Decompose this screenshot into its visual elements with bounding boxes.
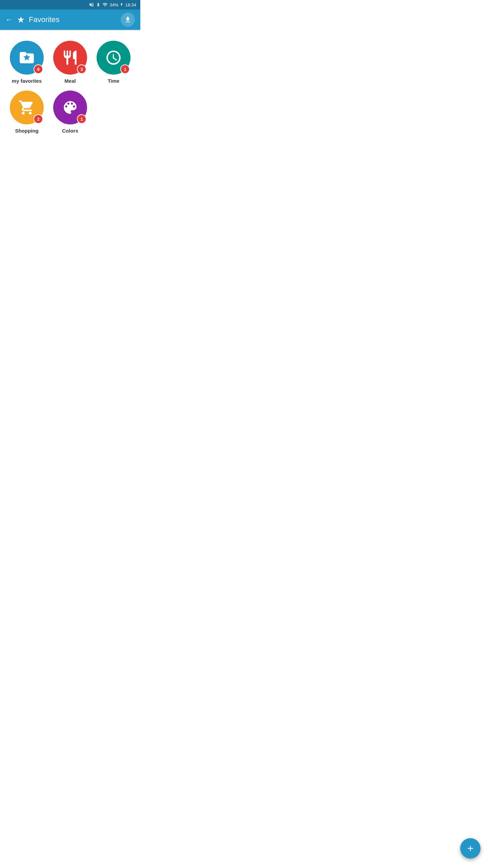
time-text: 18:34 bbox=[125, 2, 136, 7]
favorites-star-icon: ★ bbox=[17, 15, 25, 25]
page-title: Favorites bbox=[29, 15, 117, 24]
badge-colors: 1 bbox=[77, 114, 86, 124]
back-button[interactable]: ← bbox=[5, 15, 13, 24]
charging-icon bbox=[120, 2, 123, 7]
label-time: Time bbox=[108, 78, 120, 84]
circle-wrapper-shopping: 2 bbox=[10, 91, 44, 124]
badge-meal: 3 bbox=[77, 64, 86, 74]
label-shopping: Shopping bbox=[15, 128, 38, 134]
label-meal: Meal bbox=[64, 78, 76, 84]
category-item-time[interactable]: 1 Time bbox=[94, 41, 134, 84]
battery-text: 34% bbox=[109, 2, 118, 7]
bluetooth-icon bbox=[96, 2, 101, 7]
category-item-my-favorites[interactable]: 9 my favorites bbox=[7, 41, 47, 84]
categories-grid: 9 my favorites 3 Meal 1 Time 2 Shopping bbox=[0, 31, 140, 143]
circle-wrapper-meal: 3 bbox=[53, 41, 87, 75]
status-icons: 34% 18:34 bbox=[89, 2, 136, 7]
download-button[interactable] bbox=[121, 13, 135, 27]
label-my-favorites: my favorites bbox=[12, 78, 42, 84]
badge-shopping: 2 bbox=[34, 114, 43, 124]
mute-icon bbox=[89, 2, 94, 7]
circle-wrapper-colors: 1 bbox=[53, 91, 87, 124]
badge-my-favorites: 9 bbox=[34, 64, 43, 74]
category-item-meal[interactable]: 3 Meal bbox=[50, 41, 90, 84]
circle-wrapper-my-favorites: 9 bbox=[10, 41, 44, 75]
badge-time: 1 bbox=[120, 64, 130, 74]
category-item-shopping[interactable]: 2 Shopping bbox=[7, 91, 47, 134]
status-bar: 34% 18:34 bbox=[0, 0, 140, 9]
download-icon bbox=[124, 16, 131, 23]
signal-icon bbox=[102, 2, 108, 7]
label-colors: Colors bbox=[62, 128, 78, 134]
circle-wrapper-time: 1 bbox=[97, 41, 130, 75]
category-item-colors[interactable]: 1 Colors bbox=[50, 91, 90, 134]
app-bar: ← ★ Favorites bbox=[0, 9, 140, 30]
